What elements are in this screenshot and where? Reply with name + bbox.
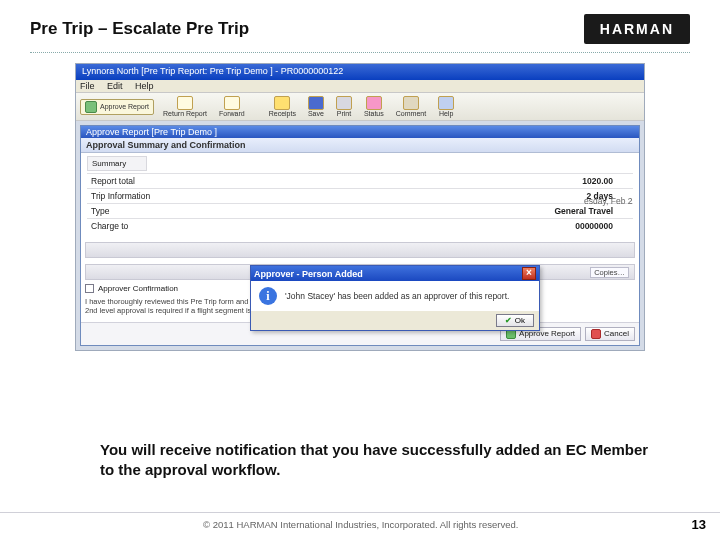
toolbar-approve-label: Approve Report (100, 103, 149, 110)
toolbar-approve-report[interactable]: Approve Report (80, 99, 154, 115)
toolbar-print[interactable]: Print (333, 95, 355, 118)
slide-footer: © 2011 HARMAN International Industries, … (0, 512, 720, 532)
approver-confirm-label: Approver Confirmation (98, 284, 178, 293)
divider (30, 52, 690, 53)
table-row: Type General Travel (87, 204, 633, 219)
copyright: © 2011 HARMAN International Industries, … (30, 519, 692, 530)
toolbar-forward[interactable]: Forward (216, 95, 248, 118)
copies-dropdown[interactable]: Copies… (590, 267, 629, 278)
disk-icon (308, 96, 324, 110)
toolbar-receipts[interactable]: Receipts (266, 95, 299, 118)
dialog-message: 'John Stacey' has been added as an appro… (285, 291, 531, 301)
slide-caption: You will receive notification that you h… (100, 440, 650, 481)
page-title: Pre Trip – Escalate Pre Trip (30, 19, 249, 39)
close-icon (591, 329, 601, 339)
info-icon: i (259, 287, 277, 305)
toolbar: Approve Report Return Report Forward Rec… (76, 93, 644, 121)
check-icon: ✔ (505, 316, 512, 325)
approver-confirm-checkbox[interactable] (85, 284, 94, 293)
help-icon (438, 96, 454, 110)
menu-file[interactable]: File (80, 81, 95, 91)
table-row: Report total 1020.00 (87, 174, 633, 189)
toolbar-return-report[interactable]: Return Report (160, 95, 210, 118)
row-label: Trip Information (87, 189, 332, 204)
printer-icon (336, 96, 352, 110)
approval-header: Approval Summary and Confirmation (81, 138, 639, 153)
page-number: 13 (692, 517, 720, 532)
forward-icon (224, 96, 240, 110)
toolbar-comment[interactable]: Comment (393, 95, 429, 118)
summary-label: Summary (87, 156, 147, 171)
section-band-1 (85, 242, 635, 258)
brand-logo: HARMAN (584, 14, 690, 44)
summary-table: Report total 1020.00 Trip Information 2 … (87, 173, 633, 233)
cancel-button[interactable]: Cancel (585, 327, 635, 341)
menubar: File Edit Help (76, 80, 644, 93)
row-label: Type (87, 204, 332, 219)
menu-edit[interactable]: Edit (107, 81, 123, 91)
toolbar-status[interactable]: Status (361, 95, 387, 118)
row-value: 1020.00 (332, 174, 633, 189)
menu-help[interactable]: Help (135, 81, 154, 91)
toolbar-help[interactable]: Help (435, 95, 457, 118)
row-value: 00000000 (332, 219, 633, 234)
check-icon (85, 101, 97, 113)
table-row: Charge to 00000000 (87, 219, 633, 234)
status-icon (366, 96, 382, 110)
window-titlebar: Lynnora North [Pre Trip Report: Pre Trip… (76, 64, 644, 80)
inner-window-title: Approve Report [Pre Trip Demo ] (81, 126, 639, 138)
table-row: Trip Information 2 days (87, 189, 633, 204)
partial-date-text: esday, Feb 2 (584, 196, 633, 206)
comment-icon (403, 96, 419, 110)
toolbar-save[interactable]: Save (305, 95, 327, 118)
return-icon (177, 96, 193, 110)
ok-button[interactable]: ✔ Ok (496, 314, 534, 327)
row-label: Charge to (87, 219, 332, 234)
alert-icon (274, 96, 290, 110)
row-label: Report total (87, 174, 332, 189)
approver-added-dialog: Approver - Person Added × i 'John Stacey… (250, 265, 540, 331)
dialog-close-button[interactable]: × (522, 267, 536, 280)
dialog-title: Approver - Person Added (254, 269, 363, 279)
